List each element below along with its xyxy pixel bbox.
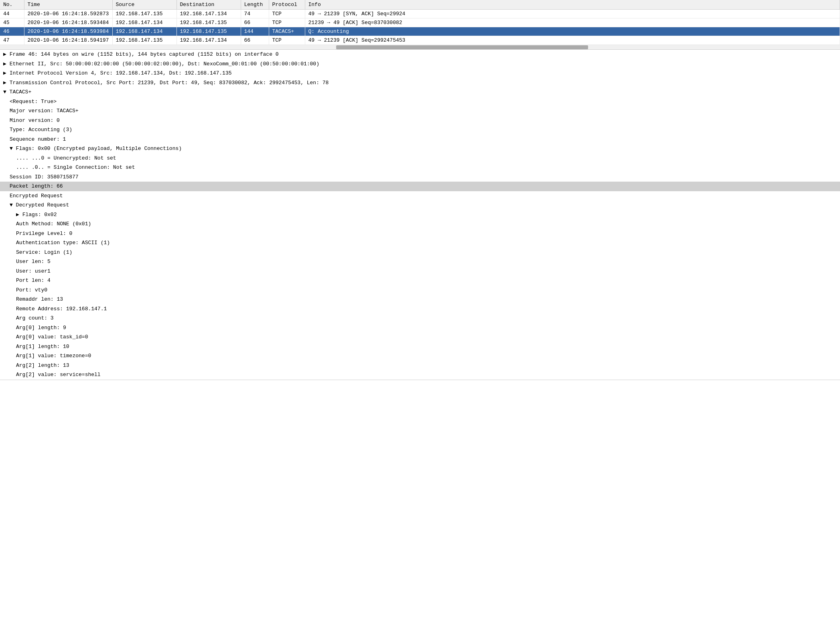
detail-line[interactable]: Arg[1] value: timezone=0 [0, 351, 840, 361]
table-row[interactable]: 442020-10-06 16:24:18.592873192.168.147.… [0, 10, 840, 18]
detail-line[interactable]: Packet length: 66 [0, 182, 840, 191]
horizontal-scrollbar[interactable] [0, 45, 840, 50]
detail-line[interactable]: Encrypted Request [0, 191, 840, 201]
detail-line[interactable]: ▶ Flags: 0x02 [0, 210, 840, 220]
detail-line[interactable]: Service: Login (1) [0, 248, 840, 257]
detail-line[interactable]: Major version: TACACS+ [0, 106, 840, 116]
detail-line[interactable]: Minor version: 0 [0, 116, 840, 125]
col-header-protocol[interactable]: Protocol [269, 0, 305, 10]
detail-line[interactable]: Session ID: 3580715877 [0, 172, 840, 182]
detail-line[interactable]: Port: vty0 [0, 285, 840, 295]
table-row[interactable]: 452020-10-06 16:24:18.593484192.168.147.… [0, 18, 840, 27]
detail-line[interactable]: Arg[1] length: 10 [0, 342, 840, 352]
scrollbar-thumb[interactable] [336, 45, 588, 49]
detail-line[interactable]: ▶ Frame 46: 144 bytes on wire (1152 bits… [0, 50, 840, 59]
detail-line[interactable]: Remaddr len: 13 [0, 295, 840, 304]
table-row[interactable]: 462020-10-06 16:24:18.593984192.168.147.… [0, 27, 840, 36]
detail-line[interactable]: User len: 5 [0, 257, 840, 267]
detail-line[interactable]: .... .0.. = Single Connection: Not set [0, 163, 840, 172]
detail-line[interactable]: Type: Accounting (3) [0, 125, 840, 135]
detail-line[interactable]: ▶ Internet Protocol Version 4, Src: 192.… [0, 69, 840, 78]
table-header-row: No. Time Source Destination Length Proto… [0, 0, 840, 10]
detail-line[interactable]: Sequence number: 1 [0, 135, 840, 144]
detail-line[interactable]: ▼ TACACS+ [0, 87, 840, 97]
packet-table: No. Time Source Destination Length Proto… [0, 0, 840, 45]
detail-line[interactable]: Arg[2] value: service=shell [0, 370, 840, 380]
col-header-length[interactable]: Length [241, 0, 269, 10]
detail-line[interactable]: Arg[0] length: 9 [0, 323, 840, 333]
detail-line[interactable]: Port len: 4 [0, 276, 840, 285]
detail-line[interactable]: Remote Address: 192.168.147.1 [0, 304, 840, 314]
detail-line[interactable]: User: user1 [0, 267, 840, 276]
col-header-info[interactable]: Info [305, 0, 840, 10]
detail-line[interactable]: ▼ Decrypted Request [0, 200, 840, 210]
detail-line[interactable]: ▼ Flags: 0x00 (Encrypted payload, Multip… [0, 144, 840, 154]
detail-line[interactable]: .... ...0 = Unencrypted: Not set [0, 154, 840, 163]
col-header-source[interactable]: Source [112, 0, 177, 10]
detail-line[interactable]: Arg[0] value: task_id=0 [0, 332, 840, 342]
detail-line[interactable]: ▶ Ethernet II, Src: 50:00:00:02:00:00 (5… [0, 59, 840, 69]
detail-line[interactable]: Arg[2] length: 13 [0, 361, 840, 370]
table-row[interactable]: 472020-10-06 16:24:18.594197192.168.147.… [0, 36, 840, 45]
packet-list: No. Time Source Destination Length Proto… [0, 0, 840, 50]
col-header-time[interactable]: Time [24, 0, 112, 10]
col-header-destination[interactable]: Destination [177, 0, 241, 10]
col-header-no[interactable]: No. [0, 0, 24, 10]
packet-detail: ▶ Frame 46: 144 bytes on wire (1152 bits… [0, 50, 840, 380]
detail-line[interactable]: ▶ Transmission Control Protocol, Src Por… [0, 78, 840, 88]
detail-line[interactable]: <Request: True> [0, 97, 840, 107]
detail-line[interactable]: Authentication type: ASCII (1) [0, 238, 840, 248]
detail-line[interactable]: Arg count: 3 [0, 314, 840, 323]
detail-line[interactable]: Privilege Level: 0 [0, 229, 840, 239]
detail-line[interactable]: Auth Method: NONE (0x01) [0, 219, 840, 229]
